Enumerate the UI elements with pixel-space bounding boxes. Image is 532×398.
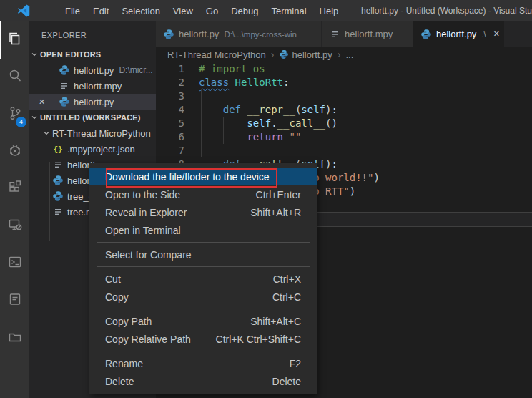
breadcrumb-item-hellortt-py[interactable]: hellortt.py [279, 49, 332, 60]
context-item-reveal-in-explorer[interactable]: Reveal in ExplorerShift+Alt+R [89, 203, 317, 221]
context-item-label: Download the file/floder to the device [105, 171, 301, 183]
activitybar-search[interactable] [0, 59, 29, 96]
code-line-1: 1# import os [156, 62, 532, 76]
activitybar-debug[interactable] [0, 133, 29, 170]
python-file-icon [59, 64, 70, 76]
menu-terminal[interactable]: Terminal [265, 6, 312, 16]
menu-debug[interactable]: Debug [225, 6, 265, 16]
line-number: 1 [156, 62, 184, 76]
terminal-icon [6, 253, 24, 274]
context-item-label: Cut [105, 273, 260, 285]
menu-separator [97, 351, 310, 351]
menu-selection[interactable]: Selection [115, 6, 166, 16]
line-number: 5 [156, 117, 184, 130]
chevron-down-icon [43, 130, 50, 137]
context-item-rename[interactable]: RenameF2 [89, 354, 317, 372]
explorer-icon [6, 29, 24, 51]
scm-badge: 4 [16, 117, 26, 127]
file-name: hellortt.mpy [74, 81, 122, 92]
context-item-cut[interactable]: CutCtrl+X [89, 270, 317, 288]
context-item-open-in-terminal[interactable]: Open in Terminal [89, 221, 317, 239]
context-item-label: Copy Path [105, 316, 237, 327]
indent-guide [223, 117, 224, 144]
line-number: 7 [156, 144, 184, 157]
tab-path-hint: .\ [481, 30, 486, 39]
open-editor-hellortt-mpy[interactable]: hellortt.mpy [29, 78, 156, 94]
line-number: 6 [156, 130, 184, 144]
tab-hellortt-mpy[interactable]: hellortt.mpy [322, 21, 413, 47]
close-icon[interactable]: ✕ [39, 97, 45, 107]
activitybar-output-notebook[interactable] [0, 282, 29, 319]
titlebar: FileEditSelectionViewGoDebugTerminalHelp… [0, 0, 532, 21]
python-file-icon [163, 29, 174, 40]
python-file-icon [52, 190, 64, 202]
activitybar-remote-device[interactable] [0, 208, 29, 245]
file-name: hellortt.py [74, 65, 114, 76]
context-item-copy-path[interactable]: Copy PathShift+Alt+C [89, 312, 317, 330]
context-item-shortcut: Shift+Alt+C [250, 316, 301, 327]
file-file-icon [329, 29, 340, 40]
output-notebook-icon [6, 290, 24, 311]
context-item-label: Open to the Side [105, 189, 243, 200]
context-item-shortcut: Ctrl+Enter [256, 189, 301, 200]
context-item-shortcut: Shift+Alt+R [250, 207, 301, 218]
chevron-down-icon [31, 114, 38, 121]
file-path-hint: D:\micr... [119, 65, 152, 75]
file-file-icon [52, 159, 64, 170]
section-open-editors[interactable]: OPEN EDITORS [29, 47, 156, 62]
breadcrumb-separator: › [338, 49, 341, 60]
section-label: UNTITLED (WORKSPACE) [40, 113, 141, 122]
tab-hellortt-py[interactable]: hellortt.py.\✕ [413, 21, 505, 47]
tab-label: hellortt.py [179, 29, 219, 39]
activitybar-folder[interactable] [0, 319, 29, 356]
context-item-download-the-file-floder-to-the-device[interactable]: Download the file/floder to the device [89, 168, 317, 185]
breadcrumb-item-more[interactable]: ... [345, 49, 353, 60]
open-editor-hellortt-py[interactable]: ✕hellortt.py [29, 94, 156, 110]
extensions-icon [6, 178, 24, 200]
context-item-label: Delete [105, 376, 260, 387]
menu-edit[interactable]: Edit [87, 6, 115, 16]
python-file-icon [420, 29, 432, 40]
menu-view[interactable]: View [167, 6, 200, 16]
line-number: 3 [156, 89, 184, 103]
search-icon [6, 67, 24, 88]
code-line-5: 5 self.__call__() [156, 117, 532, 130]
menu-separator [97, 309, 310, 309]
context-item-delete[interactable]: DeleteDelete [89, 372, 317, 390]
activitybar-extensions[interactable] [0, 170, 29, 208]
activity-bar: 4 [0, 21, 29, 398]
tab-hellortt-py[interactable]: hellortt.pyD:\...\mpy-cross-win [156, 21, 322, 47]
menu-file[interactable]: File [59, 6, 87, 16]
activitybar-terminal[interactable] [0, 245, 29, 282]
context-item-copy-relative-path[interactable]: Copy Relative PathCtrl+K Ctrl+Shift+C [89, 330, 317, 348]
context-item-select-for-compare[interactable]: Select for Compare [89, 246, 317, 263]
chevron-down-icon [31, 51, 38, 58]
open-editor-hellortt-py[interactable]: hellortt.pyD:\micr... [29, 62, 156, 78]
context-item-open-to-the-side[interactable]: Open to the SideCtrl+Enter [89, 185, 317, 203]
context-item-label: Open in Terminal [105, 225, 301, 236]
code-line-3: 3 [156, 89, 532, 103]
context-item-shortcut: Ctrl+K Ctrl+Shift+C [216, 334, 301, 345]
remote-device-icon [6, 215, 24, 237]
menu-separator [97, 242, 310, 243]
context-item-shortcut: Delete [272, 376, 301, 387]
python-file-icon [59, 96, 70, 107]
activitybar-source-control[interactable]: 4 [0, 96, 29, 133]
menu-go[interactable]: Go [200, 6, 225, 16]
activitybar-explorer[interactable] [0, 21, 29, 59]
tree-item-mpyproject-json[interactable]: {}.mpyproject.json [29, 141, 156, 157]
code-line-2: 2class HelloRtt: [156, 76, 532, 89]
window-title: hellortt.py - Untitled (Workspace) - Vis… [361, 0, 532, 21]
close-icon[interactable]: ✕ [493, 29, 500, 39]
json-file-icon: {} [52, 143, 64, 155]
code-line-4: 4 def __repr__(self): [156, 103, 532, 117]
tab-label: hellortt.py [436, 29, 476, 39]
breadcrumb-separator: › [271, 49, 275, 60]
breadcrumb-item-rt-thread-micropython[interactable]: RT-Thread MicroPython [167, 49, 266, 60]
tab-label: hellortt.mpy [345, 29, 393, 39]
context-item-copy[interactable]: CopyCtrl+C [89, 288, 317, 306]
section-workspace[interactable]: UNTITLED (WORKSPACE) [29, 110, 156, 125]
folder-rt-thread-micropython[interactable]: RT-Thread MicroPython [29, 125, 156, 141]
folder-name: RT-Thread MicroPython [52, 128, 151, 139]
menu-help[interactable]: Help [313, 6, 345, 16]
